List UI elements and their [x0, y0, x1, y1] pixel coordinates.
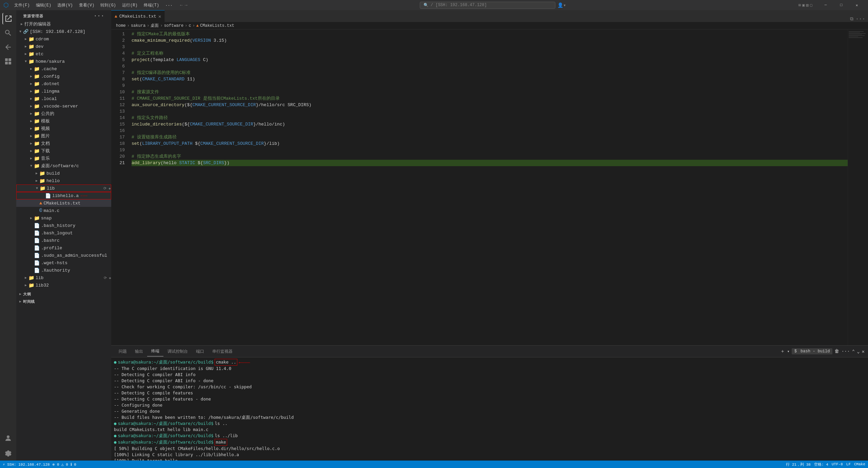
- tree-cache[interactable]: ▶ 📁 .cache: [16, 65, 111, 73]
- breadcrumb-software[interactable]: software: [164, 23, 184, 28]
- menu-terminal[interactable]: 终端(T): [141, 2, 162, 9]
- tree-xauth[interactable]: ▶ 📄 .Xauthority: [16, 267, 111, 274]
- panel-tab-problems[interactable]: 问题: [115, 347, 131, 356]
- breadcrumb-sakura[interactable]: sakura: [131, 23, 145, 28]
- tree-documents[interactable]: ▶ 📁 文档: [16, 140, 111, 147]
- activity-search[interactable]: [2, 27, 14, 39]
- panel-close-icon[interactable]: ✕: [862, 349, 865, 354]
- code-content[interactable]: # 指定CMake工具的最低版本 cmake_minimum_required(…: [128, 30, 848, 345]
- maximize-button[interactable]: □: [833, 0, 849, 10]
- panel-tab-serial[interactable]: 串行监视器: [208, 347, 237, 356]
- layout-icon-3[interactable]: ▤: [806, 3, 809, 8]
- activity-settings[interactable]: [2, 448, 14, 459]
- panel-tab-debug[interactable]: 调试控制台: [163, 347, 192, 356]
- terminal-content[interactable]: ● sakura@sakura:~/桌面/software/c/build$ c…: [111, 357, 868, 461]
- tree-images[interactable]: ▶ 📁 图片: [16, 132, 111, 140]
- activity-account[interactable]: [2, 432, 14, 444]
- tree-bashrc[interactable]: ▶ 📄 .bashrc: [16, 237, 111, 244]
- menu-edit[interactable]: 编辑(E): [33, 2, 54, 9]
- panel-tab-output[interactable]: 输出: [131, 347, 147, 356]
- tree-lib-root[interactable]: ▶ 📁 lib ⟳ ✚: [16, 274, 111, 281]
- tree-bash-logout[interactable]: ▶ 📄 .bash_logout: [16, 229, 111, 237]
- code-line-11: # CMAKE_CURRENT_SOURCE_DIR 是指当前CMakeList…: [132, 95, 848, 102]
- tree-lib[interactable]: ▼ 📁 lib ⟳ ✚: [16, 184, 111, 192]
- tree-build[interactable]: ▶ 📁 build: [16, 170, 111, 177]
- tree-home-sakura[interactable]: ▼ 📁 home/sakura: [16, 58, 111, 65]
- status-language[interactable]: CMake: [854, 462, 865, 466]
- tab-close-button[interactable]: ✕: [158, 14, 161, 19]
- tree-profile[interactable]: ▶ 📄 .profile: [16, 244, 111, 252]
- tree-sudo[interactable]: ▶ 📄 .sudo_as_admin_successful: [16, 252, 111, 259]
- nav-forward-button[interactable]: →: [185, 3, 188, 8]
- tree-downloads[interactable]: ▶ 📁 下载: [16, 147, 111, 155]
- tree-outline-section[interactable]: ▶ 大纲: [16, 290, 111, 298]
- split-editor-icon[interactable]: ⧉: [850, 16, 853, 22]
- code-editor[interactable]: 1 2 3 4 5 6 7 8 9 10 11 12 13 14 15 16 1: [111, 30, 868, 345]
- more-actions-icon[interactable]: ···: [855, 16, 865, 22]
- tree-cmakelists[interactable]: ▶ ▲ CMakeLists.txt: [16, 199, 111, 207]
- breadcrumb-cmake-file[interactable]: CMakeLists.txt: [200, 23, 234, 28]
- ssh-root[interactable]: ▼ 🔗 [SSH: 192.168.47.128]: [16, 28, 111, 35]
- menu-run[interactable]: 运行(R): [119, 2, 140, 9]
- breadcrumb-home[interactable]: home: [116, 23, 126, 28]
- minimize-button[interactable]: ─: [818, 0, 833, 10]
- tree-music[interactable]: ▶ 📁 音乐: [16, 155, 111, 162]
- panel-tab-terminal[interactable]: 终端: [147, 346, 163, 356]
- tree-dev[interactable]: ▶ 📁 dev: [16, 43, 111, 50]
- panel-add-terminal-button[interactable]: ＋: [780, 348, 785, 354]
- menu-goto[interactable]: 转到(G): [98, 2, 119, 9]
- search-bar[interactable]: 🔍 / [SSH: 192.168.47.128]: [420, 2, 555, 9]
- open-editors-section[interactable]: ▶ 打开的编辑器: [16, 20, 111, 28]
- tree-templates[interactable]: ▶ 📁 模板: [16, 117, 111, 125]
- tree-lib32[interactable]: ▶ 📁 lib32: [16, 281, 111, 289]
- tree-mainc[interactable]: ▶ © main.c: [16, 207, 111, 214]
- menu-view[interactable]: 查看(V): [76, 2, 97, 9]
- activity-extensions[interactable]: [2, 56, 14, 67]
- status-spaces[interactable]: 空格: 4: [814, 462, 828, 467]
- tree-bash-history[interactable]: ▶ 📄 .bash_history: [16, 222, 111, 229]
- menu-file[interactable]: 文件(F): [12, 2, 33, 9]
- breadcrumb-c[interactable]: c: [189, 23, 191, 28]
- activity-source-control[interactable]: [2, 41, 14, 53]
- status-line-ending[interactable]: LF: [846, 462, 851, 466]
- nav-back-button[interactable]: ←: [180, 3, 183, 8]
- activity-bar: [0, 10, 16, 461]
- account-icon[interactable]: 👤▾: [557, 2, 566, 8]
- panel-tab-ports[interactable]: 端口: [192, 347, 208, 356]
- tree-snap[interactable]: ▶ 📁 snap: [16, 214, 111, 222]
- terminal-trash-icon[interactable]: 🗑: [834, 349, 839, 354]
- activity-explorer[interactable]: [2, 13, 14, 24]
- sidebar-more-button[interactable]: ···: [94, 13, 104, 19]
- status-ssh[interactable]: ⚡ SSH: 192.168.47.128: [3, 462, 50, 467]
- tree-wget[interactable]: ▶ 📄 .wget-hsts: [16, 259, 111, 267]
- tree-lingma[interactable]: ▶ 📁 .lingma: [16, 87, 111, 95]
- tree-dotnet[interactable]: ▶ 📁 .dotnet: [16, 80, 111, 87]
- status-encoding[interactable]: UTF-8: [832, 462, 843, 466]
- tree-local[interactable]: ▶ 📁 .local: [16, 95, 111, 102]
- status-position[interactable]: 行 21，列 38: [786, 462, 811, 467]
- tree-vscode-server[interactable]: ▶ 📁 .vscode-server: [16, 102, 111, 110]
- tree-cdrom[interactable]: ▶ 📁 cdrom: [16, 35, 111, 43]
- close-button[interactable]: ✕: [849, 0, 865, 10]
- tree-timeline-section[interactable]: ▶ 时间线: [16, 298, 111, 305]
- breadcrumb-desktop[interactable]: 桌面: [151, 23, 159, 28]
- panel-maximize-icon[interactable]: ⌄: [857, 349, 860, 354]
- panel-down-button[interactable]: ▾: [787, 349, 789, 354]
- tree-libhello-a[interactable]: ▶ 📄 libhello.a ←——: [16, 192, 111, 199]
- menu-more[interactable]: ...: [162, 2, 175, 9]
- layout-icon-2[interactable]: ▣: [802, 3, 805, 8]
- tree-videos[interactable]: ▶ 📁 视频: [16, 125, 111, 132]
- status-errors[interactable]: ⊗ 0 △ 0 ℹ 0: [53, 462, 76, 467]
- tree-desktop-software-c[interactable]: ▼ 📁 桌面/software/c: [16, 162, 111, 170]
- panel-expand-icon[interactable]: ⌃: [852, 349, 855, 354]
- menu-select[interactable]: 选择(V): [55, 2, 76, 9]
- tree-etc[interactable]: ▶ 📁 etc: [16, 50, 111, 58]
- tree-hello[interactable]: ▶ 📁 hello: [16, 177, 111, 184]
- layout-icon-1[interactable]: ⊞: [798, 3, 801, 8]
- terminal-more-icon[interactable]: ···: [841, 349, 850, 354]
- tree-public[interactable]: ▶ 📁 公共的: [16, 110, 111, 117]
- tree-config[interactable]: ▶ 📁 .config: [16, 73, 111, 80]
- layout-icon-4[interactable]: ▢: [810, 3, 812, 8]
- code-line-19: [132, 147, 848, 153]
- tab-cmakelists[interactable]: ▲ CMakeLists.txt ✕: [111, 10, 165, 22]
